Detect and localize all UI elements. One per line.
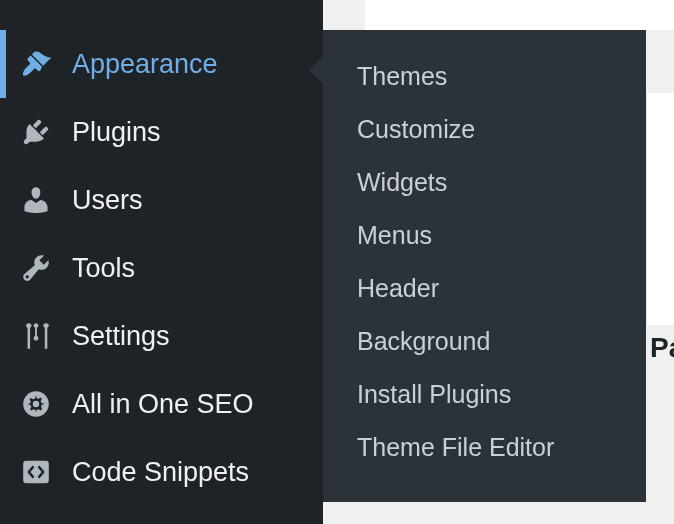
sidebar-item-label: Plugins (72, 117, 161, 148)
submenu-item-install-plugins[interactable]: Install Plugins (323, 368, 646, 421)
content-top-strip (365, 0, 674, 30)
submenu-item-header[interactable]: Header (323, 262, 646, 315)
sidebar-item-users[interactable]: Users (0, 166, 323, 234)
sidebar-item-plugins[interactable]: Plugins (0, 98, 323, 166)
submenu-item-label: Theme File Editor (357, 433, 554, 461)
sliders-icon (18, 318, 54, 354)
submenu-item-label: Themes (357, 62, 447, 90)
submenu-item-label: Install Plugins (357, 380, 511, 408)
sidebar-item-label: Code Snippets (72, 457, 249, 488)
sidebar-item-label: Appearance (72, 49, 218, 80)
sidebar-item-tools[interactable]: Tools (0, 234, 323, 302)
appearance-submenu: Themes Customize Widgets Menus Header Ba… (323, 30, 646, 502)
submenu-item-menus[interactable]: Menus (323, 209, 646, 262)
paintbrush-icon (18, 46, 54, 82)
page-heading-partial: Pa (650, 332, 674, 364)
wrench-icon (18, 250, 54, 286)
content-card-edge (646, 93, 674, 325)
sidebar-item-aioseo[interactable]: All in One SEO (0, 370, 323, 438)
code-icon (18, 454, 54, 490)
sidebar-item-code-snippets[interactable]: Code Snippets (0, 438, 323, 506)
sidebar-item-label: Tools (72, 253, 135, 284)
submenu-item-widgets[interactable]: Widgets (323, 156, 646, 209)
sidebar-item-appearance[interactable]: Appearance (0, 30, 323, 98)
user-icon (18, 182, 54, 218)
submenu-item-themes[interactable]: Themes (323, 50, 646, 103)
gear-icon (18, 386, 54, 422)
admin-sidebar: Appearance Plugins Users Tools Settings (0, 0, 323, 524)
content-gap (646, 30, 674, 93)
sidebar-item-label: Settings (72, 321, 170, 352)
submenu-item-theme-file-editor[interactable]: Theme File Editor (323, 421, 646, 474)
submenu-item-label: Menus (357, 221, 432, 249)
submenu-item-background[interactable]: Background (323, 315, 646, 368)
plug-icon (18, 114, 54, 150)
submenu-item-customize[interactable]: Customize (323, 103, 646, 156)
submenu-item-label: Customize (357, 115, 475, 143)
submenu-item-label: Background (357, 327, 490, 355)
submenu-item-label: Header (357, 274, 439, 302)
sidebar-item-label: Users (72, 185, 143, 216)
submenu-item-label: Widgets (357, 168, 447, 196)
sidebar-item-settings[interactable]: Settings (0, 302, 323, 370)
svg-rect-0 (23, 461, 49, 483)
sidebar-item-label: All in One SEO (72, 389, 254, 420)
